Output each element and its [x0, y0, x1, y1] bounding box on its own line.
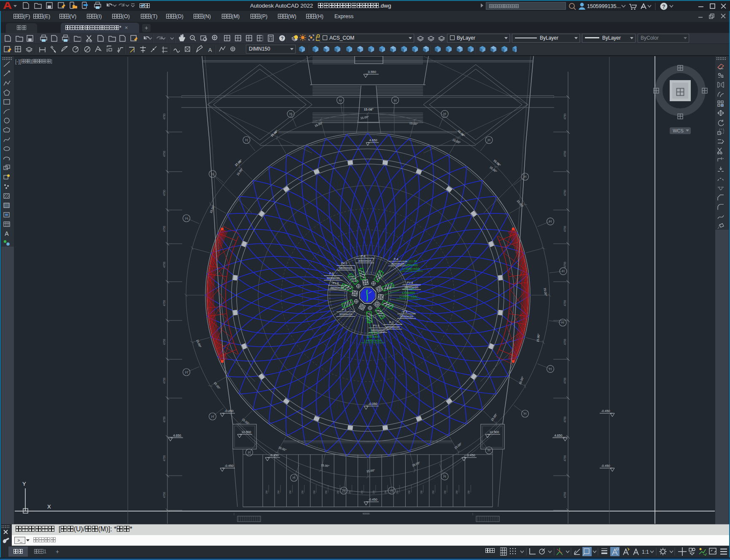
svg-text:150: 150: [289, 490, 291, 494]
svg-text:4750: 4750: [163, 113, 166, 120]
svg-text:1:1: 1:1: [642, 549, 649, 555]
svg-text:?: ?: [662, 4, 665, 10]
svg-text:4750: 4750: [163, 492, 166, 498]
svg-text:4750: 4750: [563, 300, 566, 306]
svg-text:4.650: 4.650: [369, 138, 377, 142]
svg-text:A: A: [5, 230, 9, 237]
svg-text:15.08°: 15.08°: [364, 108, 373, 111]
svg-text:150: 150: [396, 490, 399, 494]
svg-text:4750: 4750: [163, 416, 166, 423]
svg-text:H: H: [211, 415, 214, 419]
svg-text:H: H: [248, 450, 251, 455]
svg-text:P-8: P-8: [361, 255, 366, 258]
svg-text:30000m3/h: 30000m3/h: [391, 262, 404, 265]
svg-text:4750: 4750: [563, 190, 566, 196]
svg-text:PY-7: PY-7: [341, 262, 347, 265]
svg-text:Y: Y: [22, 481, 26, 487]
svg-text:-0.450: -0.450: [601, 409, 610, 413]
svg-text:30000m3/h: 30000m3/h: [339, 313, 353, 316]
svg-text:4750: 4750: [163, 455, 166, 461]
svg-text:150: 150: [277, 490, 280, 494]
svg-text:□□□□ 2#: □□□□ 2#: [403, 288, 414, 291]
svg-text:P-4: P-4: [394, 258, 399, 261]
svg-text:3.550: 3.550: [368, 70, 377, 74]
svg-text:-0.050: -0.050: [368, 402, 377, 406]
svg-text:30000m3/h: 30000m3/h: [386, 326, 400, 328]
svg-text:?: ?: [281, 36, 283, 41]
svg-text:1250x400: 1250x400: [366, 335, 380, 338]
svg-text:4750: 4750: [563, 226, 566, 232]
svg-text:P-3: P-3: [403, 310, 407, 313]
svg-text:66000m3/h: 66000m3/h: [331, 286, 344, 289]
svg-text:H: H: [339, 98, 342, 102]
svg-text:4750: 4750: [163, 190, 166, 196]
svg-text:L=4950 m3/h: L=4950 m3/h: [402, 267, 420, 270]
svg-text:150: 150: [313, 490, 315, 494]
svg-text:H: H: [293, 476, 296, 480]
svg-text:-0.450: -0.450: [601, 464, 610, 468]
svg-text:150: 150: [325, 490, 327, 494]
svg-text:PY-8: PY-8: [407, 281, 413, 284]
svg-text:150: 150: [432, 490, 434, 494]
svg-text:H: H: [185, 370, 188, 374]
svg-text:150: 150: [467, 490, 470, 494]
svg-text:L=4950 m3/h: L=4950 m3/h: [399, 295, 417, 298]
svg-text:-0.450: -0.450: [466, 453, 475, 457]
svg-text:PY-9: PY-9: [373, 324, 380, 327]
svg-text:H: H: [443, 112, 446, 116]
svg-text:4750: 4750: [563, 261, 566, 268]
svg-text:10.500: 10.500: [490, 430, 499, 434]
svg-text:150: 150: [372, 490, 375, 494]
svg-text:30000m3/h: 30000m3/h: [358, 259, 372, 262]
svg-text:P-2: P-2: [389, 321, 394, 324]
svg-text:4750: 4750: [563, 455, 566, 461]
svg-text:150: 150: [455, 490, 458, 494]
svg-text:1250x400: 1250x400: [405, 264, 418, 267]
svg-text:H: H: [488, 138, 490, 142]
svg-text:H: H: [562, 269, 565, 273]
svg-text:4750: 4750: [563, 492, 566, 498]
svg-text:X: X: [47, 503, 51, 510]
svg-text:L=4950 m3/h: L=4950 m3/h: [364, 339, 381, 342]
svg-text:1505999135...: 1505999135...: [587, 3, 621, 9]
svg-text:A: A: [208, 47, 212, 53]
svg-text:4750: 4750: [163, 377, 166, 384]
svg-text:P-6: P-6: [329, 272, 334, 275]
svg-text:4750: 4750: [563, 113, 566, 120]
svg-text:[-][: [-][: [15, 59, 22, 65]
svg-text:H: H: [549, 367, 552, 371]
svg-text:150: 150: [301, 490, 304, 494]
svg-text:H: H: [549, 219, 552, 223]
svg-text:H: H: [561, 320, 564, 325]
svg-text:H: H: [394, 98, 397, 102]
svg-text:4750: 4750: [163, 261, 166, 268]
svg-text:60000: 60000: [363, 512, 370, 515]
svg-text:H: H: [391, 489, 393, 493]
svg-text:4750: 4750: [563, 151, 566, 157]
svg-text:1250x400: 1250x400: [402, 291, 415, 294]
svg-text:-0.450: -0.450: [368, 498, 377, 501]
svg-text:66000m3/h: 66000m3/h: [339, 267, 353, 269]
svg-text:H: H: [342, 489, 345, 493]
svg-text:30000m3/h: 30000m3/h: [326, 277, 340, 280]
svg-text:150: 150: [420, 490, 423, 494]
svg-text:4750: 4750: [563, 339, 566, 345]
svg-text:□□□□ 2#: □□□□ 2#: [406, 260, 417, 263]
svg-text:150: 150: [444, 490, 446, 494]
svg-text:P-1: P-1: [342, 308, 347, 311]
svg-text:4750: 4750: [563, 416, 566, 423]
svg-text:4750: 4750: [563, 377, 566, 384]
svg-text:+: +: [191, 36, 194, 40]
svg-text:150: 150: [265, 490, 268, 494]
svg-text:H: H: [524, 412, 527, 416]
svg-text:WCS: WCS: [673, 128, 684, 133]
svg-text:-0.450: -0.450: [269, 453, 278, 457]
svg-text:H: H: [245, 138, 248, 142]
svg-text:150: 150: [408, 490, 410, 494]
svg-text:-0.450: -0.450: [224, 464, 233, 468]
svg-text:4750: 4750: [163, 300, 166, 306]
svg-text:H: H: [289, 112, 292, 116]
svg-text:10.500: 10.500: [242, 430, 251, 434]
svg-text:PY-6: PY-6: [333, 282, 339, 285]
svg-text:30000m3/h: 30000m3/h: [400, 315, 413, 318]
